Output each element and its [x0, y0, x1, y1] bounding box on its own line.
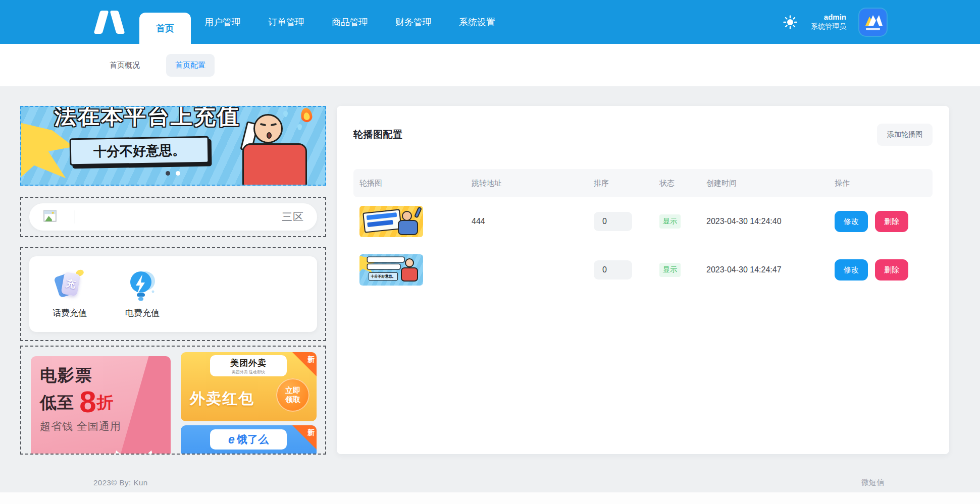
electric-recharge-icon	[127, 270, 158, 302]
created-time: 2023-04-30 14:24:47	[700, 265, 829, 274]
phone-preview: 法在本平台上充值 十分不好意思。	[20, 106, 326, 455]
app-logo	[92, 9, 129, 35]
add-carousel-button[interactable]: 添加轮播图	[877, 124, 933, 146]
quick-actions-section[interactable]: 充 话费充值 电费充值	[20, 247, 326, 341]
table-header: 轮播图 跳转地址 排序 状态 创建时间 操作	[353, 169, 933, 197]
delete-button[interactable]: 删除	[875, 211, 908, 232]
col-status: 状态	[653, 179, 700, 188]
meituan-title: 外卖红包	[190, 388, 254, 409]
promo-card-meituan[interactable]: 美团外卖 美团外卖 送啥都快 外卖红包 立即领取 新	[181, 352, 317, 421]
sweat-drop	[297, 124, 302, 130]
username: admin	[811, 13, 846, 22]
main-nav: 首页 用户管理 订单管理 商品管理 财务管理 系统设置	[139, 0, 509, 44]
carousel-thumbnail: 十分不好意思。	[359, 254, 423, 286]
banner-caption-box: 十分不好意思。	[70, 136, 210, 166]
carousel-thumbnail	[359, 206, 423, 237]
movie-discount-line: 低至 8折	[40, 390, 171, 414]
cartoon-boy-mouth	[267, 132, 272, 139]
bottom-strip	[0, 492, 980, 504]
col-created-time: 创建时间	[700, 179, 829, 188]
quick-actions-card: 充 话费充值 电费充值	[29, 256, 317, 332]
promo-card-eleme[interactable]: e 饿了么 新	[181, 425, 317, 455]
status-badge: 显示	[659, 214, 681, 229]
promo-card-movie[interactable]: 电影票 低至 8折 超省钱 全国通用	[31, 356, 171, 455]
movie-subtitle: 超省钱 全国通用	[40, 419, 171, 433]
top-navbar: 首页 用户管理 订单管理 商品管理 财务管理 系统设置	[0, 0, 980, 44]
logo-bar-right	[110, 11, 125, 34]
panel-title: 轮播图配置	[353, 128, 403, 141]
quick-action-label: 话费充值	[53, 307, 87, 319]
col-jump-url: 跳转地址	[466, 179, 588, 188]
claim-now-button[interactable]: 立即领取	[276, 378, 310, 412]
nav-tab-products[interactable]: 商品管理	[318, 0, 382, 44]
subnav-item-overview[interactable]: 首页概况	[100, 54, 149, 77]
status-badge: 显示	[659, 263, 681, 277]
flame-icon	[300, 107, 313, 123]
carousel-dots	[166, 171, 180, 176]
user-avatar[interactable]	[859, 9, 887, 36]
theme-toggle-sun-icon[interactable]	[783, 15, 798, 30]
sort-input[interactable]	[594, 212, 632, 231]
nav-tab-home[interactable]: 首页	[139, 13, 191, 44]
meituan-brand-tag: 美团外卖 美团外卖 送啥都快	[210, 355, 287, 376]
nav-tab-orders[interactable]: 订单管理	[254, 0, 318, 44]
nav-tab-finance[interactable]: 财务管理	[382, 0, 445, 44]
cartoon-boy-head	[253, 114, 283, 143]
text-cursor	[75, 210, 75, 223]
new-badge: 新	[292, 425, 317, 450]
eleme-logo-mark: e	[228, 433, 235, 446]
user-role: 系统管理员	[811, 22, 846, 31]
user-info: admin 系统管理员	[811, 13, 846, 31]
sweat-drop	[283, 111, 288, 117]
created-time: 2023-04-30 14:24:40	[700, 217, 829, 226]
carousel-dot[interactable]	[176, 171, 180, 176]
banner-headline: 法在本平台上充值	[55, 106, 240, 131]
banner-section[interactable]: 法在本平台上充值 十分不好意思。	[20, 106, 326, 186]
col-carousel-image: 轮播图	[353, 179, 466, 188]
quick-action-electric-recharge[interactable]: 电费充值	[120, 270, 165, 319]
subnav: 首页概况 首页配置	[0, 44, 980, 86]
logo-bar-left	[93, 11, 109, 34]
movie-title: 电影票	[40, 364, 171, 387]
phone-recharge-icon: 充	[55, 270, 85, 302]
table-row: 444 显示 2023-04-30 14:24:40 修改 删除	[353, 197, 933, 246]
sort-input[interactable]	[594, 260, 632, 279]
jump-url-value: 444	[466, 217, 588, 226]
search-section[interactable]: 三区	[20, 197, 326, 237]
nav-tab-users[interactable]: 用户管理	[191, 0, 254, 44]
carousel-config-panel: 轮播图配置 添加轮播图 轮播图 跳转地址 排序 状态 创建时间 操作 444 显…	[337, 106, 949, 454]
nav-tab-settings[interactable]: 系统设置	[445, 0, 509, 44]
preview-search-bar[interactable]: 三区	[29, 203, 317, 231]
subnav-item-config[interactable]: 首页配置	[166, 54, 215, 77]
edit-button[interactable]: 修改	[835, 259, 868, 281]
search-right-text: 三区	[282, 210, 304, 224]
new-badge: 新	[292, 352, 317, 376]
table-row: 十分不好意思。 显示 2023-04-30 14:24:47 修改 删除	[353, 246, 933, 294]
promo-section[interactable]: 电影票 低至 8折 超省钱 全国通用 美团外卖 美团外卖 送啥都快 外卖红包 立…	[20, 346, 326, 455]
cartoon-boy-body	[242, 143, 307, 186]
footer: 2023© By: Kun 微短信	[0, 472, 980, 492]
delete-button[interactable]: 删除	[875, 259, 908, 281]
quick-action-phone-recharge[interactable]: 充 话费充值	[47, 270, 92, 319]
carousel-dot-active[interactable]	[166, 171, 170, 176]
broken-image-icon	[42, 208, 58, 226]
col-sort: 排序	[588, 179, 653, 188]
quick-action-label: 电费充值	[125, 307, 160, 319]
eleme-brand-tag: e 饿了么	[210, 429, 287, 450]
copyright-text: 2023© By: Kun	[93, 478, 148, 487]
footer-brand: 微短信	[861, 478, 884, 487]
eleme-claim-circle	[277, 454, 310, 455]
edit-button[interactable]: 修改	[835, 211, 868, 232]
col-actions: 操作	[829, 179, 933, 188]
